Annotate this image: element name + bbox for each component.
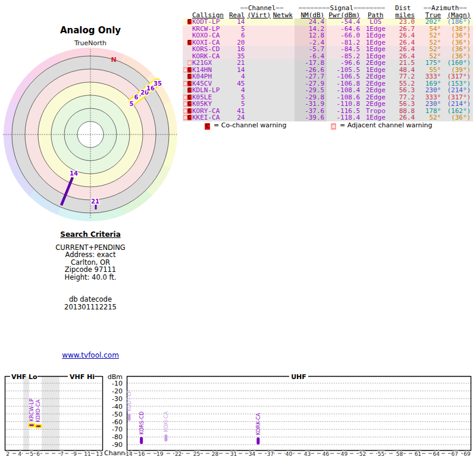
cell-virtual-channel: [248, 101, 271, 108]
cell-virtual-channel: [248, 80, 271, 87]
tvfool-link[interactable]: www.tvfool.com: [62, 351, 119, 359]
cell-azimuth-magnetic: (36°): [443, 114, 473, 121]
search-criteria: Search Criteria CURRENT+PENDINGAddress: …: [19, 231, 162, 311]
cell-azimuth-true: 333°: [417, 73, 443, 80]
channel-tick-label: 13: [96, 451, 102, 457]
cell-azimuth-true: 52°: [417, 32, 443, 39]
cell-network: [271, 39, 295, 46]
channel-tick-label: 14: [126, 451, 133, 457]
channel-tick-label: 2: [6, 451, 10, 457]
cell-power-dbm: -118.4: [327, 114, 362, 121]
cell-power-dbm: -106.5: [327, 73, 362, 80]
channel-tick-label: 67: [452, 451, 458, 457]
adjacent-channel-warning-icon: a: [331, 123, 336, 130]
legend-adjacent-channel-text: = Adjacent channel warning: [340, 121, 433, 129]
channel-tick-label: 61: [415, 451, 421, 457]
station-bar: [256, 437, 259, 445]
channel-tick-label: 69: [464, 451, 471, 457]
warning-markers: aC: [183, 80, 192, 87]
station-bar-label: KOXI-CA: [163, 411, 169, 432]
cell-power-dbm: -54.4: [327, 18, 362, 26]
warning-markers: aC: [183, 67, 192, 74]
cell-nm-db: -29.5: [295, 87, 327, 94]
dbm-tick-labels: -10-20-30-40-50-60-70-80-90: [112, 380, 123, 449]
channel-tick-label: 58: [396, 451, 403, 457]
adjacent-channel-warning-icon: a: [183, 95, 187, 100]
cell-nm-db: -5.7: [295, 46, 327, 53]
station-bar: [29, 424, 35, 427]
cell-network: [271, 87, 295, 94]
dbm-tick-label: -30: [112, 395, 123, 403]
station-bar-label: KORK-CA: [255, 413, 261, 435]
co-channel-warning-icon: C: [187, 19, 192, 24]
cell-azimuth-magnetic: (160°): [443, 60, 473, 67]
cell-azimuth-magnetic: (36°): [443, 32, 473, 39]
cell-azimuth-true: 230°: [417, 87, 443, 94]
table-row: aCK05KY5-31.9-110.82Edge56.3230°(214°): [183, 101, 473, 108]
co-channel-warning-icon: C: [187, 87, 192, 93]
cell-virtual-channel: [248, 18, 271, 26]
cell-azimuth-true: 202°: [417, 18, 443, 26]
cell-distance-miles: 23.0: [389, 18, 417, 26]
channel-tick-label: 25: [193, 451, 200, 457]
cell-network: [271, 67, 295, 74]
cell-azimuth-magnetic: (214°): [443, 87, 473, 94]
cell-power-dbm: -96.6: [327, 60, 362, 67]
cell-virtual-channel: [248, 60, 271, 67]
cell-network: [271, 60, 295, 67]
dbm-tick-label: -10: [112, 380, 123, 387]
cell-azimuth-true: 52°: [417, 46, 443, 53]
cell-callsign: KORS-CD: [192, 46, 229, 53]
uhf-band-label: UHF: [291, 373, 306, 381]
cell-real-channel: 4: [229, 87, 248, 94]
cell-callsign: KOXO-CA: [192, 32, 229, 39]
cell-callsign: KKEI-CA: [192, 114, 229, 121]
cell-callsign: KODT-LP: [192, 18, 229, 26]
cell-path: 2Edge: [362, 87, 389, 94]
cell-network: [271, 80, 295, 87]
table-row: CKODT-LP1424.4-54.4LOS23.0202°(186°): [183, 18, 473, 26]
tvfool-report: Analog Only TrueNorth N 56201635: [0, 0, 476, 457]
co-channel-warning-icon: C: [187, 108, 192, 114]
cell-real-channel: 6: [229, 32, 248, 39]
cell-azimuth-magnetic: (214°): [443, 101, 473, 108]
warning-markers: aC: [183, 108, 192, 115]
cell-azimuth-true: 52°: [417, 114, 443, 121]
channel-tick-label: 34: [249, 451, 256, 457]
cell-virtual-channel: [248, 94, 271, 101]
cell-network: [271, 108, 295, 115]
cell-azimuth-true: 175°: [417, 60, 443, 67]
channel-tick-label: 22: [175, 451, 181, 457]
radar-channel-label: 6: [134, 94, 139, 101]
cell-azimuth-magnetic: (186°): [443, 18, 473, 26]
warning-markers: a: [183, 60, 192, 67]
station-bar-label: KRCW-LP: [29, 399, 35, 421]
co-channel-warning-icon: C: [187, 95, 192, 100]
table-row: KORS-CD16-5.7-84.51Edge26.452°(36°): [183, 46, 473, 53]
cell-real-channel: 4: [229, 73, 248, 80]
warning-markers: C: [183, 73, 192, 80]
channel-tick-label: 49: [341, 451, 348, 457]
channel-tick-label: 37: [267, 451, 274, 457]
cell-virtual-channel: [248, 46, 271, 53]
cell-path: 1Edge: [362, 114, 389, 121]
cell-distance-miles: 56.3: [389, 87, 417, 94]
cell-distance-miles: 56.3: [389, 101, 417, 108]
datecode-line: db datecode: [19, 296, 162, 303]
chart-borders: [5, 376, 471, 450]
cell-real-channel: 21: [229, 60, 248, 67]
adjacent-channel-warning-icon: a: [183, 115, 187, 120]
channel-tick-label: 5: [30, 451, 33, 457]
dbm-tick-label: -60: [112, 418, 123, 426]
tvfool-link-wrap: www.tvfool.com: [19, 351, 162, 359]
cell-power-dbm: -110.8: [327, 101, 362, 108]
legend-co-channel: C= Co-channel warning: [205, 121, 286, 130]
cell-path: 1Edge: [362, 32, 389, 39]
cell-network: [271, 53, 295, 60]
warning-markers: aC: [183, 94, 192, 101]
table-row: aCKKEI-CA24-39.6-118.41Edge26.452°(36°): [183, 114, 473, 121]
vhf-hi-band-label: VHF Hi: [70, 373, 95, 381]
cell-nm-db: -39.6: [295, 114, 327, 121]
legend-co-channel-text: = Co-channel warning: [214, 121, 286, 129]
channel-tick-label: 40: [286, 451, 293, 457]
